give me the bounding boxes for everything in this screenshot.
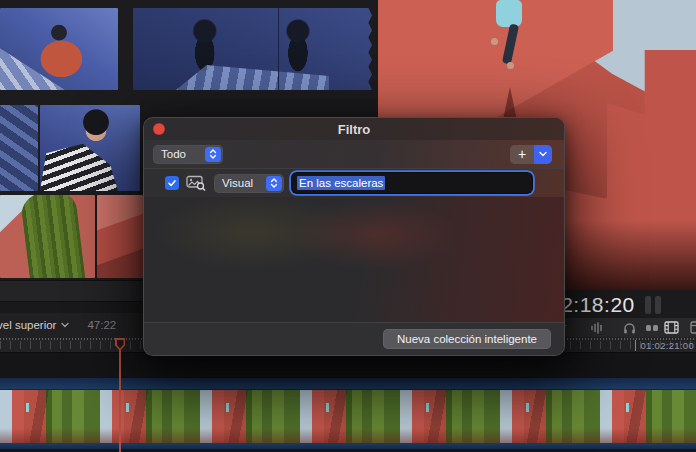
clip-bottom-border <box>0 443 696 449</box>
filter-scope-row: Todo + <box>144 140 564 168</box>
solo-headphones-icon[interactable] <box>621 320 637 335</box>
add-rule-control: + <box>510 145 552 164</box>
close-button[interactable] <box>153 123 165 135</box>
scope-popup-button[interactable]: Todo <box>153 145 223 164</box>
dialog-footer-bar: Nueva colección inteligente <box>144 322 564 355</box>
playhead-line[interactable] <box>119 341 121 452</box>
clip-top-border <box>0 378 696 390</box>
dialog-title: Filtro <box>338 122 371 137</box>
dialog-title-bar[interactable]: Filtro <box>144 118 564 140</box>
filter-dialog: Filtro Todo + <box>143 117 565 356</box>
index-panel-icon[interactable] <box>689 320 696 335</box>
browser-thumbnail-cactus[interactable] <box>0 195 95 278</box>
clip-filmstrip <box>0 390 696 443</box>
browser-thumbnail-blue-stairs[interactable] <box>0 105 38 191</box>
popup-chevrons-icon <box>205 147 221 162</box>
browser-thumbnail-floral-shirt-person[interactable] <box>133 8 372 90</box>
scope-popup-value: Todo <box>161 148 186 160</box>
timeline-clip-cactus[interactable] <box>0 378 696 449</box>
rule-type-value: Visual <box>222 177 253 189</box>
new-smart-collection-button[interactable]: Nueva colección inteligente <box>383 329 551 349</box>
rule-enabled-checkbox[interactable] <box>165 176 179 190</box>
audio-meter-right[interactable] <box>655 296 661 314</box>
timeline-track-area <box>0 353 696 452</box>
browser-thumbnail-red-shirt-person[interactable] <box>0 8 118 90</box>
chevron-down-icon[interactable] <box>61 322 69 328</box>
final-cut-pro-window: vel superior 47:22 02:18:20 0 <box>0 0 696 452</box>
filter-rule-row: Visual En las escaleras <box>144 169 564 197</box>
rule-type-popup-button[interactable]: Visual <box>214 174 284 193</box>
snapping-icon[interactable] <box>644 320 660 335</box>
audio-skimming-icon[interactable] <box>589 320 605 335</box>
dialog-empty-area <box>144 197 564 322</box>
selected-text: En las escaleras <box>297 176 385 190</box>
audio-meter-left[interactable] <box>645 296 651 314</box>
browser-thumbnail-striped-selfie[interactable] <box>40 105 140 191</box>
popup-chevrons-icon <box>266 176 282 191</box>
media-search-icon <box>186 175 206 191</box>
filter-text-input[interactable]: En las escaleras <box>292 173 532 193</box>
clip-appearance-icon[interactable] <box>663 320 679 335</box>
ruler-timecode-label: 01:02:21:00 <box>635 340 695 351</box>
viewer-person-hand <box>491 38 498 45</box>
timeline-breadcrumb[interactable]: vel superior <box>0 319 56 331</box>
project-duration: 47:22 <box>87 319 116 331</box>
viewer-person <box>496 0 522 27</box>
viewer-person-hand <box>507 62 514 69</box>
browser-thumbnail-red-architecture[interactable] <box>97 195 143 278</box>
add-rule-button[interactable]: + <box>510 145 534 164</box>
add-rule-menu-button[interactable] <box>534 145 552 164</box>
